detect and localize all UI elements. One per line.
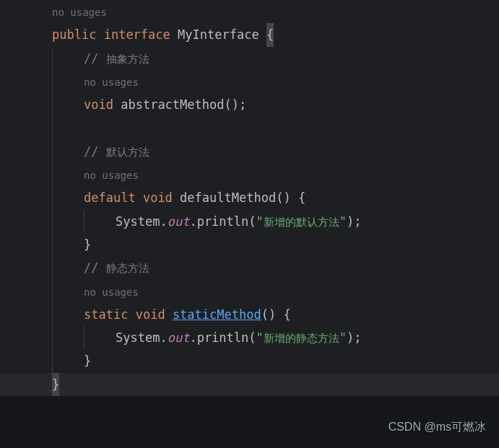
keyword-interface: interface xyxy=(104,27,170,42)
field-out: out xyxy=(168,330,190,345)
code-line-method-default: default void defaultMethod() { xyxy=(84,186,499,209)
field-out: out xyxy=(168,214,190,229)
open-brace: { xyxy=(266,23,274,46)
code-line-method-static: static void staticMethod() { xyxy=(84,303,499,326)
class-ref: System xyxy=(116,330,160,345)
code-line-comment: // 抽象方法 xyxy=(84,47,499,70)
no-usages-label: no usages xyxy=(84,170,139,181)
comment-slashes: // xyxy=(84,260,106,275)
usage-hint: no usages xyxy=(52,0,499,23)
method-name: abstractMethod xyxy=(121,97,224,112)
comment-text: 默认方法 xyxy=(106,146,149,158)
code-line-println: System.out.println("新增的静态方法"); xyxy=(116,326,499,349)
code-line-interface-decl: public interface MyInterface { xyxy=(52,23,499,46)
no-usages-label: no usages xyxy=(84,286,139,298)
comment-slashes: // xyxy=(84,51,106,66)
no-usages-label: no usages xyxy=(52,6,107,18)
usage-hint: no usages xyxy=(84,70,499,93)
indent-guide xyxy=(84,210,84,233)
string-literal: 新增的默认方法 xyxy=(264,216,339,228)
comment-slashes: // xyxy=(84,144,106,159)
keyword-void: void xyxy=(84,97,113,112)
string-literal: 新增的静态方法 xyxy=(264,332,339,344)
code-line-comment: // 静态方法 xyxy=(84,256,499,279)
method-sig-tail: () { xyxy=(261,307,291,322)
indent-guide xyxy=(52,47,53,373)
keyword-void: void xyxy=(143,190,173,205)
no-usages-label: no usages xyxy=(84,76,139,88)
code-line-close-brace: } xyxy=(84,233,499,256)
method-call: println xyxy=(197,330,249,345)
method-call: println xyxy=(197,214,249,229)
usage-hint: no usages xyxy=(84,163,499,186)
code-line-close-brace: } xyxy=(84,349,499,372)
method-tail: (); xyxy=(225,97,247,112)
indent-guide xyxy=(84,326,84,349)
method-name-link[interactable]: staticMethod xyxy=(173,307,261,322)
comment-text: 抽象方法 xyxy=(106,53,149,65)
close-brace: } xyxy=(52,373,59,396)
usage-hint: no usages xyxy=(84,280,499,303)
code-line-close-brace: } xyxy=(52,373,499,396)
class-ref: System xyxy=(116,214,160,229)
keyword-static: static xyxy=(84,307,128,322)
blank-line xyxy=(84,116,499,139)
keyword-public: public xyxy=(52,27,96,42)
code-line-comment: // 默认方法 xyxy=(84,140,499,163)
comment-text: 静态方法 xyxy=(106,262,149,274)
keyword-default: default xyxy=(84,190,136,205)
interface-name: MyInterface xyxy=(178,27,259,42)
code-line-method-abstract: void abstractMethod(); xyxy=(84,93,499,116)
code-line-println: System.out.println("新增的默认方法"); xyxy=(116,210,499,233)
method-name: defaultMethod xyxy=(180,190,276,205)
code-editor[interactable]: no usages public interface MyInterface {… xyxy=(0,0,499,390)
method-sig-tail: () { xyxy=(276,190,305,205)
watermark: CSDN @ms可燃冰 xyxy=(389,416,486,438)
keyword-void: void xyxy=(136,307,165,322)
